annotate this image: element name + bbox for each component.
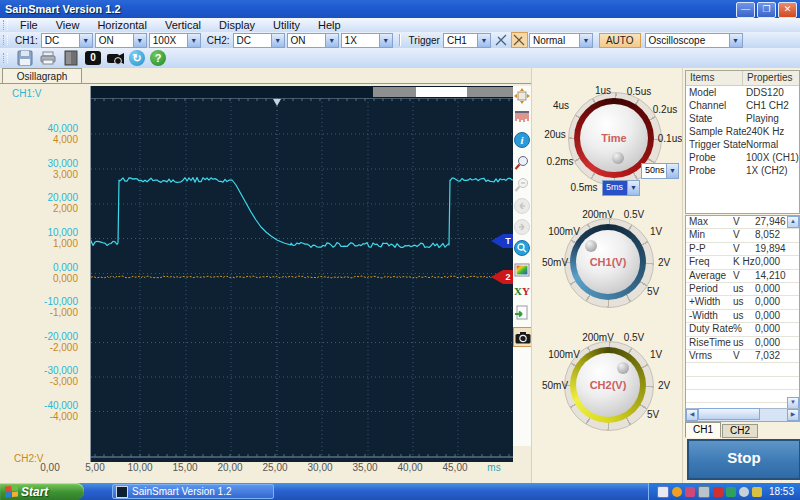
- ch2-coupling-select[interactable]: DC ▼: [233, 33, 285, 48]
- back-arrow-icon[interactable]: [514, 198, 530, 214]
- x-tick-label: 15,00: [172, 462, 197, 473]
- trigger-label: Trigger: [409, 35, 440, 46]
- waveform-canvas: [91, 86, 513, 462]
- ch1-probe-select[interactable]: 100X ▼: [149, 33, 201, 48]
- close-button[interactable]: ✕: [778, 2, 797, 18]
- mode-select[interactable]: Oscilloscope ▼: [645, 33, 743, 48]
- ch2-state-select[interactable]: ON ▼: [287, 33, 339, 48]
- print-icon[interactable]: [39, 50, 57, 66]
- export-icon[interactable]: [514, 305, 530, 321]
- trigger-source-select[interactable]: CH1 ▼: [443, 33, 491, 48]
- menu-help[interactable]: Help: [309, 19, 350, 31]
- table-row: AverageV14,210: [686, 270, 799, 283]
- ch2-scale-label: 50mV: [542, 380, 568, 391]
- ch1-state-select[interactable]: ON ▼: [95, 33, 147, 48]
- ch2-probe-select[interactable]: 1X ▼: [341, 33, 393, 48]
- tray-clock-icon[interactable]: [739, 487, 749, 497]
- time-fine-select[interactable]: 50ns ▼: [641, 163, 679, 179]
- zoom-in-icon[interactable]: [514, 155, 530, 171]
- palette-icon[interactable]: [514, 262, 530, 278]
- y-axis-label: -40,000-4,000: [0, 400, 78, 422]
- y-axis-label: -30,000-3,000: [0, 365, 78, 387]
- workspace: Osillagraph CH1:V CH2:V 40,0004,000 30,0…: [0, 68, 800, 483]
- trigger-level-marker[interactable]: T: [491, 234, 513, 248]
- refresh-icon[interactable]: ↻: [129, 50, 145, 66]
- y-axis-label: 20,0002,000: [0, 192, 78, 214]
- menu-file[interactable]: File: [11, 19, 47, 31]
- rising-edge-icon[interactable]: [494, 33, 509, 47]
- menu-vertical[interactable]: Vertical: [156, 19, 210, 31]
- record-count-badge[interactable]: 0: [85, 51, 101, 65]
- restore-button[interactable]: ❐: [757, 2, 776, 18]
- scope-tools-strip: i: [513, 86, 531, 446]
- menu-display[interactable]: Display: [210, 19, 264, 31]
- taskbar-item[interactable]: SainSmart Version 1.2: [112, 484, 274, 499]
- table-row: [686, 377, 799, 390]
- time-scale-label: 1us: [595, 85, 611, 96]
- tray-app-icon[interactable]: [657, 486, 669, 498]
- pan-scrollbar[interactable]: [373, 87, 513, 97]
- ch1-coupling-select[interactable]: DC ▼: [41, 33, 93, 48]
- ch2-zero-marker[interactable]: 2: [491, 270, 513, 284]
- ch2-label: CH2:: [207, 35, 230, 46]
- x-tick-label: 0,00: [40, 462, 59, 473]
- tab-ch2[interactable]: CH2: [722, 424, 758, 438]
- start-button[interactable]: Start: [0, 483, 84, 500]
- time-base-select[interactable]: 5ms ▼: [602, 180, 640, 196]
- chevron-down-icon: ▼: [79, 34, 92, 47]
- tray-status-icon[interactable]: [685, 487, 695, 497]
- forward-arrow-icon[interactable]: [514, 219, 530, 235]
- scroll-up-icon[interactable]: ▲: [787, 216, 799, 228]
- channel-tabs: CH1 CH2: [685, 422, 758, 436]
- chevron-down-icon: ▼: [271, 34, 284, 47]
- x-axis-unit: ms: [487, 462, 500, 473]
- info-icon[interactable]: i: [514, 132, 530, 148]
- tray-status-icon[interactable]: [672, 487, 682, 497]
- help-icon[interactable]: ?: [150, 50, 166, 66]
- system-tray: 18:53: [648, 483, 800, 500]
- trigger-mode-select[interactable]: Normal ▼: [529, 33, 593, 48]
- x-tick-label: 30,00: [307, 462, 332, 473]
- x-tick-label: 5,00: [85, 462, 104, 473]
- pan-icon[interactable]: [514, 88, 530, 104]
- zoom-out-icon[interactable]: [514, 177, 530, 193]
- menu-utility[interactable]: Utility: [264, 19, 309, 31]
- pan-scrollbar-thumb[interactable]: [416, 87, 467, 97]
- ch2-volts-knob[interactable]: CH2(V): [576, 353, 640, 417]
- scroll-left-icon[interactable]: ◀: [686, 409, 698, 421]
- table-row: MaxV27,946: [686, 216, 799, 229]
- y-axis-label: -10,000-1,000: [0, 296, 78, 318]
- auto-button[interactable]: AUTO: [599, 33, 641, 48]
- xy-mode-icon[interactable]: XY: [514, 283, 530, 299]
- stop-button[interactable]: Stop: [687, 439, 800, 480]
- table-row: P-PV19,894: [686, 243, 799, 256]
- menu-view[interactable]: View: [47, 19, 89, 31]
- time-scale-label: 0.2us: [653, 104, 677, 115]
- h-scrollbar[interactable]: ◀ ▶: [686, 408, 799, 421]
- record-video-icon[interactable]: [106, 50, 124, 66]
- tab-ch1[interactable]: CH1: [685, 422, 721, 438]
- table-row: Probe1X (CH2): [686, 164, 799, 177]
- fill-color-icon[interactable]: [62, 50, 80, 66]
- h-scrollbar-thumb[interactable]: [698, 408, 760, 420]
- comb-display-icon[interactable]: [514, 110, 530, 126]
- ch1-volts-knob[interactable]: CH1(V): [576, 230, 640, 294]
- screenshot-camera-icon[interactable]: [513, 327, 533, 347]
- table-row: Periodus0,000: [686, 283, 799, 296]
- scroll-right-icon[interactable]: ▶: [787, 409, 799, 421]
- search-icon[interactable]: [514, 240, 530, 256]
- tray-device-icon[interactable]: [752, 487, 762, 497]
- tray-alert-icon[interactable]: [713, 487, 723, 497]
- falling-edge-icon[interactable]: [511, 32, 528, 48]
- minimize-button[interactable]: —: [736, 2, 755, 18]
- save-icon[interactable]: [16, 50, 34, 66]
- tab-oscillograph[interactable]: Osillagraph: [2, 68, 82, 84]
- menu-horizontal[interactable]: Horizontal: [88, 19, 156, 31]
- tray-display-icon[interactable]: [698, 486, 710, 498]
- y-axis-label: -20,000-2,000: [0, 331, 78, 353]
- table-row: +Widthus0,000: [686, 296, 799, 309]
- toolbar-grip: [3, 35, 8, 45]
- oscilloscope-display[interactable]: T 2: [90, 86, 513, 462]
- tray-network-icon[interactable]: [726, 487, 736, 497]
- x-tick-label: 35,00: [352, 462, 377, 473]
